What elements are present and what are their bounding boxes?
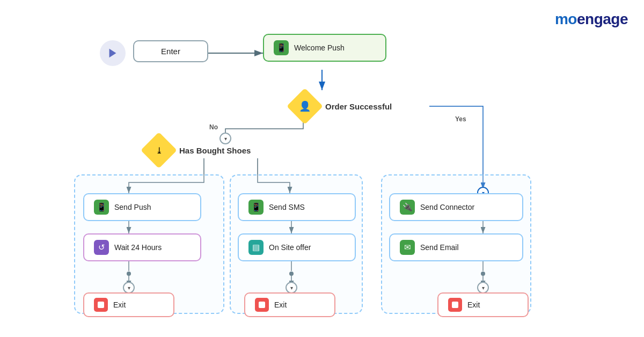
exit3-label: Exit: [467, 301, 480, 309]
exit2-node[interactable]: Exit: [244, 292, 335, 317]
send-push-icon: 📱: [94, 200, 109, 215]
svg-marker-16: [109, 49, 116, 58]
exit2-label: Exit: [274, 301, 287, 309]
svg-rect-19: [452, 302, 458, 308]
on-site-offer-label: On Site offer: [269, 243, 311, 252]
send-push-node[interactable]: 📱 Send Push: [83, 193, 201, 221]
wait-icon: ↺: [94, 240, 109, 255]
welcome-push-label: Welcome Push: [294, 43, 345, 52]
send-push-label: Send Push: [114, 203, 151, 211]
send-sms-label: Send SMS: [269, 203, 305, 211]
trigger-icon: [100, 40, 126, 66]
send-email-node[interactable]: ✉ Send Email: [389, 233, 523, 261]
order-successful-node[interactable]: 👤 Order Successful: [290, 90, 429, 122]
exit2-chevron: ▾: [286, 282, 297, 294]
enter-node[interactable]: Enter: [133, 40, 208, 62]
send-email-label: Send Email: [420, 243, 459, 252]
wait-24-label: Wait 24 Hours: [114, 243, 162, 252]
on-site-offer-node[interactable]: ▤ On Site offer: [238, 233, 356, 261]
send-connector-node[interactable]: 🔌 Send Connector: [389, 193, 523, 221]
push-icon: 📱: [274, 40, 289, 55]
svg-rect-17: [98, 302, 104, 308]
send-sms-icon: 📱: [248, 200, 264, 215]
order-successful-label: Order Successful: [325, 102, 392, 111]
has-bought-shoes-label: Has Bought Shoes: [179, 146, 251, 155]
svg-rect-18: [259, 302, 265, 308]
no-label: No: [209, 123, 218, 131]
exit1-label: Exit: [113, 301, 126, 309]
exit3-icon: [448, 298, 462, 312]
wait-24-node[interactable]: ↺ Wait 24 Hours: [83, 233, 201, 261]
exit1-node[interactable]: Exit: [83, 292, 174, 317]
exit1-chevron: ▾: [123, 282, 135, 294]
exit2-icon: [255, 298, 269, 312]
welcome-push-node[interactable]: 📱 Welcome Push: [263, 34, 386, 62]
enter-label: Enter: [161, 47, 180, 56]
email-icon: ✉: [400, 240, 415, 255]
send-connector-label: Send Connector: [420, 203, 474, 211]
logo: moengage: [555, 11, 628, 28]
has-bought-shoes-node[interactable]: ⤓ Has Bought Shoes: [144, 134, 283, 166]
exit3-node[interactable]: Exit: [437, 292, 529, 317]
exit3-chevron: ▾: [477, 282, 489, 294]
exit1-icon: [94, 298, 108, 312]
yes-label: Yes: [455, 115, 466, 123]
on-site-icon: ▤: [248, 240, 264, 255]
send-sms-node[interactable]: 📱 Send SMS: [238, 193, 356, 221]
connector-icon: 🔌: [400, 200, 415, 215]
